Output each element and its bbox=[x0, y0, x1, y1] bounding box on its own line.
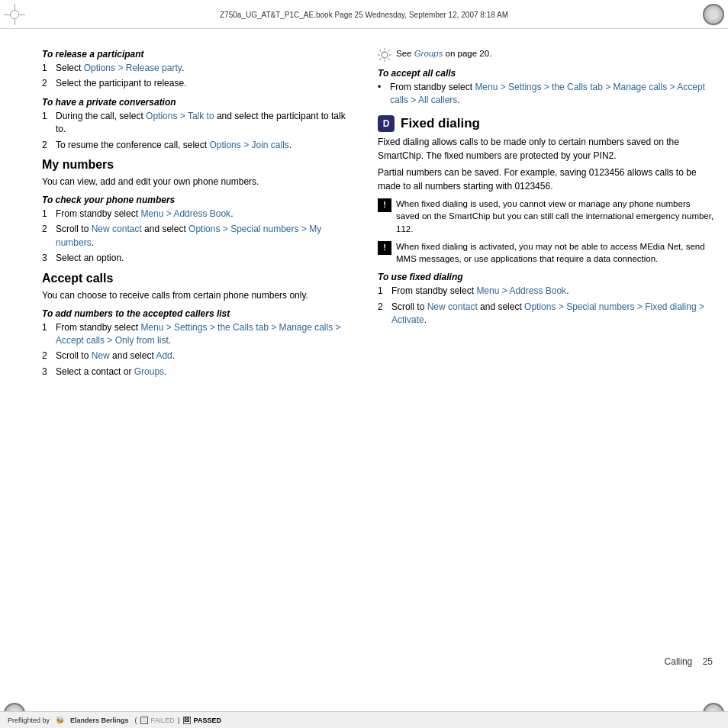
tip-sun-icon bbox=[378, 48, 391, 62]
highlight: New contact bbox=[427, 301, 478, 312]
failed-box: □ bbox=[140, 717, 148, 724]
page-footer: Calling 25 bbox=[665, 656, 713, 667]
step-num: 1 bbox=[42, 321, 53, 348]
step-text: From standby select Menu > Address Book. bbox=[391, 285, 714, 298]
step-num: 2 bbox=[42, 350, 53, 362]
step-text: Scroll to New contact and select Options… bbox=[56, 223, 350, 250]
private-title-text: To have a private conversation bbox=[42, 97, 176, 108]
step-text: Select an option. bbox=[56, 252, 350, 265]
addnumbers-title-text: To add numbers to the accepted callers l… bbox=[42, 308, 230, 319]
step-text: During the call, select Options > Talk t… bbox=[56, 110, 350, 137]
preflight-label: Preflighted by bbox=[8, 717, 50, 724]
addnumbers-step-3: 3 Select a contact or Groups. bbox=[42, 366, 350, 378]
left-column: To release a participant 1 Select Option… bbox=[0, 37, 364, 691]
step-num: 1 bbox=[378, 285, 388, 298]
fd-body2-text: Partial numbers can be saved. For exampl… bbox=[378, 167, 697, 192]
step-text: From standby select Menu > Settings > th… bbox=[56, 321, 350, 348]
accept-title-text: Accept calls bbox=[42, 272, 113, 285]
header-filename: Z750a_UG_AT&T_P1C_AE.book Page 25 Wednes… bbox=[220, 11, 508, 19]
preflight-bee-icon: 🐝 bbox=[56, 717, 64, 724]
acceptall-title-text: To accept all calls bbox=[378, 68, 456, 79]
fd-body1-text: Fixed dialing allows calls to be made on… bbox=[378, 137, 679, 161]
section-release-title: To release a participant bbox=[42, 49, 350, 60]
step-text: From standby select Menu > Address Book. bbox=[56, 208, 350, 221]
mynumbers-body: You can view, add and edit your own phon… bbox=[42, 175, 350, 188]
usefixed-step-1: 1 From standby select Menu > Address Boo… bbox=[378, 285, 714, 298]
section-addnumbers-title: To add numbers to the accepted callers l… bbox=[42, 308, 350, 319]
section-accept-title: Accept calls bbox=[42, 272, 350, 285]
highlight: Menu > Address Book bbox=[140, 208, 230, 219]
accept-body-text: You can choose to receive calls from cer… bbox=[42, 290, 308, 301]
step-text: Select Options > Release party. bbox=[56, 62, 350, 75]
preflight-status: ( □ FAILED ) ☒ PASSED bbox=[135, 717, 221, 724]
step-num: 2 bbox=[42, 139, 53, 152]
check-step-3: 3 Select an option. bbox=[42, 252, 350, 265]
usefixed-step-2: 2 Scroll to New contact and select Optio… bbox=[378, 301, 714, 327]
tip-text: See Groups on page 20. bbox=[396, 47, 714, 60]
step-num: 1 bbox=[42, 110, 53, 137]
passed-check: ☒ bbox=[184, 717, 189, 723]
step-text: Select the participant to release. bbox=[56, 77, 350, 90]
step-num: 1 bbox=[42, 62, 53, 75]
highlight: Options > Talk to bbox=[146, 111, 214, 121]
passed-label: PASSED bbox=[194, 717, 221, 724]
note1-icon-char: ! bbox=[383, 199, 386, 211]
highlight: Menu > Settings > the Calls tab > Manage… bbox=[390, 82, 705, 105]
release-step-2: 2 Select the participant to release. bbox=[42, 77, 350, 90]
sun-svg bbox=[378, 48, 391, 62]
private-step-1: 1 During the call, select Options > Talk… bbox=[42, 110, 350, 137]
note1-box: ! When fixed dialing is used, you cannot… bbox=[378, 198, 714, 236]
header-bar: Z750a_UG_AT&T_P1C_AE.book Page 25 Wednes… bbox=[0, 0, 728, 29]
corner-tr bbox=[699, 0, 728, 29]
paren-open: ( bbox=[135, 717, 137, 724]
right-column: See Groups on page 20. To accept all cal… bbox=[364, 37, 728, 691]
accept-body: You can choose to receive calls from cer… bbox=[42, 288, 350, 302]
section-acceptall-title: To accept all calls bbox=[378, 68, 714, 79]
passed-box: ☒ bbox=[183, 717, 191, 724]
step-text: Scroll to New and select Add. bbox=[56, 350, 350, 362]
fd-body1: Fixed dialing allows calls to be made on… bbox=[378, 135, 714, 163]
paren-close: ) bbox=[178, 717, 180, 724]
step-text: To resume the conference call, select Op… bbox=[56, 139, 350, 152]
step-num: 3 bbox=[42, 366, 53, 378]
check-step-2: 2 Scroll to New contact and select Optio… bbox=[42, 223, 350, 250]
note1-text: When fixed dialing is used, you cannot v… bbox=[396, 198, 714, 236]
highlight: New bbox=[92, 350, 110, 361]
page-number: 25 bbox=[703, 656, 713, 667]
fd-icon-letter: D bbox=[383, 118, 390, 129]
svg-line-8 bbox=[379, 59, 381, 60]
section-private-title: To have a private conversation bbox=[42, 97, 350, 108]
section-usefixed-title: To use fixed dialing bbox=[378, 272, 714, 282]
fd-body2: Partial numbers can be saved. For exampl… bbox=[378, 166, 714, 193]
highlight: Options > Join calls bbox=[209, 140, 288, 150]
note2-box: ! When fixed dialing is activated, you m… bbox=[378, 240, 714, 266]
preflight-company: Elanders Berlings bbox=[70, 717, 129, 724]
check-title-text: To check your phone numbers bbox=[42, 195, 175, 205]
step-num: 2 bbox=[378, 301, 388, 327]
groups-link: Groups bbox=[414, 49, 443, 58]
step-num: 3 bbox=[42, 252, 53, 265]
release-title-text: To release a participant bbox=[42, 49, 144, 60]
mynumbers-body-text: You can view, add and edit your own phon… bbox=[42, 176, 259, 187]
highlight: Menu > Address Book bbox=[476, 285, 566, 296]
fd-icon: D bbox=[378, 115, 395, 132]
crosshair-tl bbox=[4, 4, 25, 25]
acceptall-bullet: • From standby select Menu > Settings > … bbox=[378, 81, 714, 108]
private-step-2: 2 To resume the conference call, select … bbox=[42, 139, 350, 152]
addnumbers-step-1: 1 From standby select Menu > Settings > … bbox=[42, 321, 350, 348]
ornate-tr bbox=[703, 4, 724, 25]
note2-icon-char: ! bbox=[383, 242, 386, 254]
svg-line-6 bbox=[388, 59, 390, 60]
bullet-dot: • bbox=[378, 81, 385, 108]
svg-line-7 bbox=[388, 50, 390, 51]
header-text: Z750a_UG_AT&T_P1C_AE.book Page 25 Wednes… bbox=[220, 0, 508, 29]
bullet-text: From standby select Menu > Settings > th… bbox=[390, 81, 714, 108]
highlight: New contact bbox=[92, 224, 142, 234]
step-num: 2 bbox=[42, 223, 53, 250]
highlight: Options > Release party bbox=[84, 63, 182, 73]
preflight-bar: Preflighted by 🐝 Elanders Berlings ( □ F… bbox=[0, 711, 728, 728]
mynumbers-title-text: My numbers bbox=[42, 158, 114, 171]
highlight: Groups bbox=[134, 366, 164, 377]
release-step-1: 1 Select Options > Release party. bbox=[42, 62, 350, 75]
corner-tl bbox=[0, 0, 29, 29]
